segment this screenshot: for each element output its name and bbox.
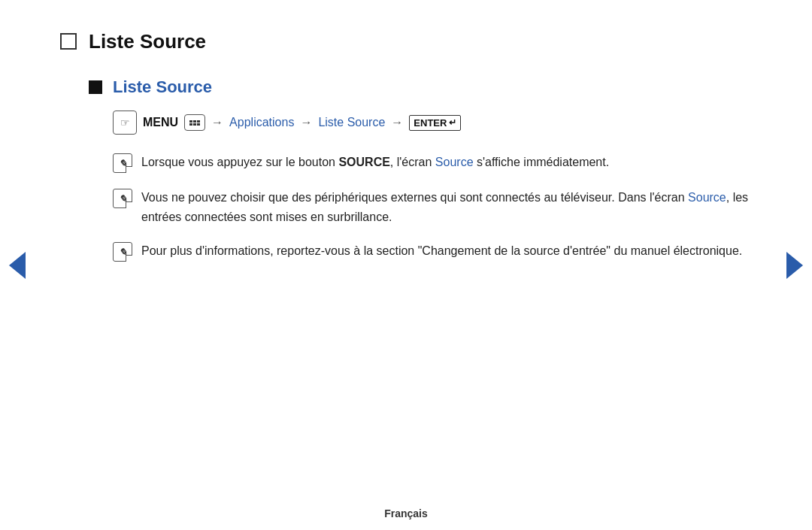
note-text-1: Lorsque vous appuyez sur le bouton SOURC… [141,153,752,172]
section: Liste Source ☞ MENU [89,77,752,262]
note-text-3: Pour plus d'informations, reportez-vous … [141,241,752,261]
finger-icon: ☞ [120,117,130,129]
section-square-icon [89,80,102,94]
footer: Français [0,494,812,530]
enter-icon: ENTER ↵ [409,115,461,131]
note-item-1: ✎ Lorsque vous appuyez sur le bouton SOU… [113,153,752,173]
note-item-2: ✎ Vous ne pouvez choisir que des périphé… [113,188,752,226]
checkbox-icon [60,33,77,50]
note-item-3: ✎ Pour plus d'informations, reportez-vou… [113,241,752,262]
arrow-2: → [300,116,312,129]
menu-path-applications: Applications [229,116,294,129]
section-header: Liste Source [89,77,752,97]
section-title: Liste Source [113,77,212,97]
footer-language: Français [384,507,428,519]
enter-label: ENTER [414,117,447,129]
note-text-2: Vous ne pouvez choisir que des périphéri… [141,188,752,226]
menu-path-liste-source: Liste Source [318,116,385,129]
note-icon-2: ✎ [113,189,132,208]
menu-path: ☞ MENU → Applications → [113,111,752,135]
main-title-text: Liste Source [89,30,206,53]
menu-label: MENU [143,116,178,129]
menu-icon: ☞ [113,111,137,135]
note-icon-3: ✎ [113,242,132,262]
page-container: Liste Source document.querySelector('[da… [0,0,812,530]
arrow-3: → [391,116,403,129]
nav-arrow-left[interactable] [9,252,26,279]
enter-return-symbol: ↵ [449,117,456,128]
nav-arrow-right[interactable] [786,252,803,279]
arrow-1: → [211,116,223,129]
menu-grid-icon [184,114,205,131]
main-title-row: Liste Source [60,30,752,53]
note-icon-1: ✎ [113,153,132,173]
main-content: Liste Source document.querySelector('[da… [0,0,812,494]
